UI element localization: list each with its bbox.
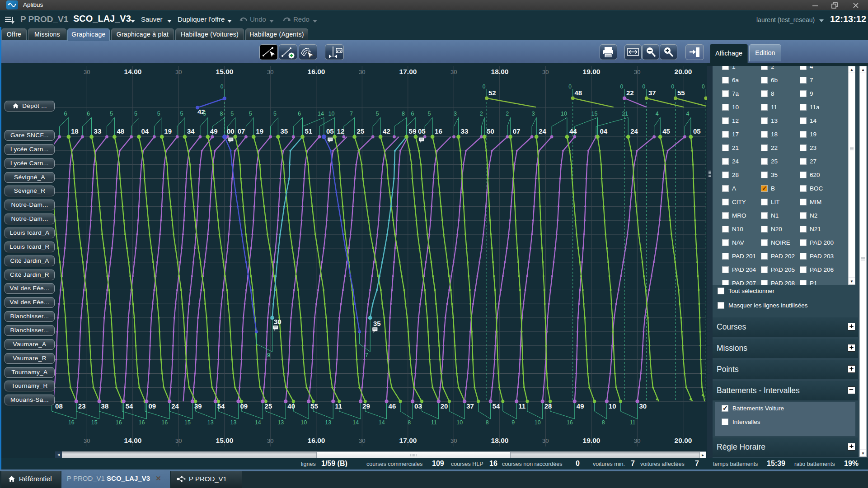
svg-text:30: 30 [175,437,182,444]
svg-text:04: 04 [141,127,149,135]
svg-text:8: 8 [602,419,605,426]
svg-text:24: 24 [171,402,179,410]
svg-text:6: 6 [87,111,90,117]
svg-text:7: 7 [350,111,353,117]
svg-text:10: 10 [300,419,307,426]
svg-text:5: 5 [180,111,183,117]
svg-text:10: 10 [456,419,463,426]
svg-text:3: 3 [532,111,535,117]
svg-text:28: 28 [544,402,552,410]
svg-text:0: 0 [221,84,224,90]
svg-text:19: 19 [256,127,263,135]
svg-text:23: 23 [78,402,86,410]
svg-text:15.00: 15.00 [216,437,234,444]
svg-text:13: 13 [325,419,331,426]
svg-text:45: 45 [662,127,670,135]
svg-text:33: 33 [461,127,469,135]
svg-text:30: 30 [359,437,365,444]
svg-text:30: 30 [359,69,365,75]
svg-text:5: 5 [376,111,379,117]
svg-text:51: 51 [305,127,313,135]
svg-text:30: 30 [84,69,90,75]
svg-text:30: 30 [634,69,640,75]
svg-text:0: 0 [568,84,572,90]
svg-text:5: 5 [230,111,234,117]
svg-text:11: 11 [431,419,437,426]
svg-text:14: 14 [255,419,261,426]
svg-text:3: 3 [454,111,457,117]
svg-text:09: 09 [240,402,248,410]
svg-text:54: 54 [126,402,133,410]
svg-text:16.00: 16.00 [308,437,325,444]
svg-text:54: 54 [217,402,225,410]
svg-text:20.00: 20.00 [675,437,692,444]
svg-text:15: 15 [591,111,598,117]
svg-text:16: 16 [161,419,168,426]
svg-text:0: 0 [483,84,486,90]
svg-text:5: 5 [249,111,252,117]
svg-text:5: 5 [203,111,206,117]
svg-text:25: 25 [357,127,365,135]
svg-text:39: 39 [194,402,202,410]
svg-text:04: 04 [600,127,608,135]
svg-text:13: 13 [277,419,284,426]
svg-text:8: 8 [402,111,405,117]
svg-text:30: 30 [542,69,549,75]
svg-text:13: 13 [207,419,214,426]
svg-text:8: 8 [486,419,489,426]
svg-text:10: 10 [328,111,335,117]
svg-text:14: 14 [379,419,385,426]
svg-text:52: 52 [488,89,496,97]
svg-text:11: 11 [518,402,525,410]
svg-text:15.00: 15.00 [216,68,234,75]
svg-text:16: 16 [138,419,145,426]
svg-text:17.00: 17.00 [399,68,417,75]
svg-text:0: 0 [620,84,624,90]
svg-text:2: 2 [506,111,509,117]
svg-text:49: 49 [577,402,584,410]
svg-text:34: 34 [187,127,195,135]
svg-text:19: 19 [164,127,172,135]
svg-text:19.00: 19.00 [583,68,601,75]
svg-text:24: 24 [539,127,546,135]
svg-text:48: 48 [575,89,582,97]
svg-text:14: 14 [352,419,359,426]
svg-text:13: 13 [230,419,236,426]
svg-text:24: 24 [630,127,638,135]
svg-text:14.00: 14.00 [124,437,142,444]
svg-text:9: 9 [267,352,270,358]
svg-text:29: 29 [362,402,370,410]
svg-text:16: 16 [68,419,75,426]
svg-text:5: 5 [134,111,137,117]
svg-text:18.00: 18.00 [491,437,509,444]
svg-text:49: 49 [210,127,218,135]
svg-text:20: 20 [441,402,448,410]
svg-text:2: 2 [480,111,483,117]
svg-text:4: 4 [656,111,659,117]
svg-text:30: 30 [639,402,647,410]
svg-text:16: 16 [567,419,573,426]
svg-text:54: 54 [493,402,500,410]
svg-text:09: 09 [148,402,156,410]
svg-text:03: 03 [414,402,422,410]
svg-text:46: 46 [389,402,396,410]
svg-text:8: 8 [220,111,223,117]
svg-text:15: 15 [184,419,191,426]
svg-text:35: 35 [280,127,288,135]
svg-text:10: 10 [561,111,567,117]
svg-text:37: 37 [466,402,474,410]
svg-text:05: 05 [693,127,701,135]
svg-text:6: 6 [64,111,67,117]
svg-text:16: 16 [116,419,122,426]
svg-text:20.00: 20.00 [675,68,692,75]
svg-text:11: 11 [335,402,342,410]
svg-text:48: 48 [117,127,124,135]
svg-text:5: 5 [157,111,160,117]
svg-text:14.00: 14.00 [124,68,142,75]
svg-text:07: 07 [238,127,245,135]
svg-text:35: 35 [373,320,381,327]
svg-text:30: 30 [450,437,457,444]
svg-text:5: 5 [110,111,113,117]
svg-text:07: 07 [513,127,521,135]
svg-text:16.00: 16.00 [308,68,325,75]
